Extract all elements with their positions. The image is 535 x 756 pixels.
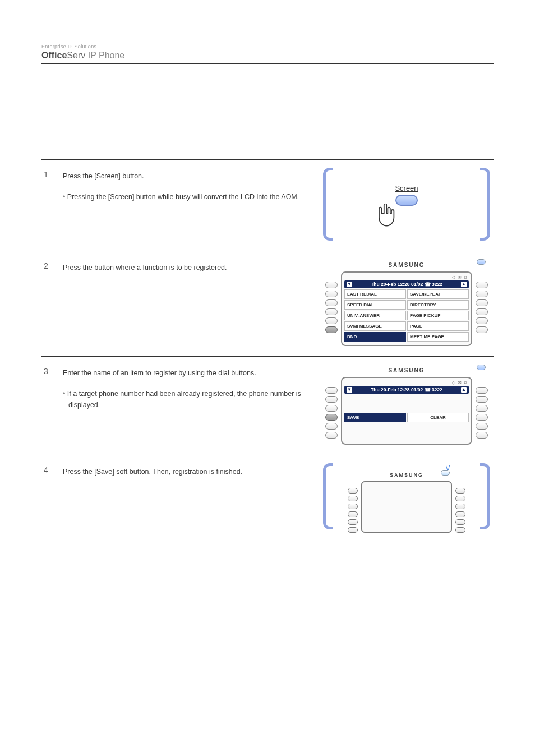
step-illustration-1: Screen <box>320 160 494 251</box>
left-softkeys <box>325 271 338 346</box>
softkey[interactable] <box>455 496 465 501</box>
softkey[interactable] <box>455 504 465 509</box>
softkey-active[interactable] <box>325 326 338 333</box>
left-softkeys <box>325 377 338 445</box>
clear-cell[interactable]: CLEAR <box>407 413 469 422</box>
left-softkeys <box>348 481 358 533</box>
step-main-text: Press the [Save] soft button. Then, regi… <box>63 467 312 477</box>
phone-titlebar: ▼ Thu 20-Feb 12:28 01/02 ☎ 3222 ▲ <box>344 280 469 288</box>
status-icons: ◇ ✉ ⧉ <box>344 275 469 280</box>
softkey[interactable] <box>455 488 465 494</box>
step-main-text: Enter the name of an item to register by… <box>63 368 312 379</box>
softkey[interactable] <box>455 519 465 525</box>
arrow-down-icon[interactable]: ▼ <box>347 387 352 393</box>
phone-titlebar: ▼ Thu 20-Feb 12:28 01/02 ☎ 3222 ▲ <box>344 386 469 394</box>
screen-button[interactable] <box>395 195 418 206</box>
softkey[interactable] <box>325 308 338 315</box>
step-text-4: Press the [Save] soft button. Then, regi… <box>59 455 320 540</box>
brand-header: Enterprise IP Solutions OfficeServ IP Ph… <box>41 44 494 61</box>
softkey-active[interactable] <box>325 414 338 421</box>
step-text-3: Enter the name of an item to register by… <box>59 357 320 455</box>
softkey[interactable] <box>325 432 338 439</box>
step-number: 4 <box>41 455 59 540</box>
softkey[interactable] <box>476 282 488 288</box>
softkey[interactable] <box>348 488 358 494</box>
step-illustration-3: SAMSUNG ◇ ✉ ⧉ ▼ <box>320 357 494 455</box>
aom-item[interactable]: LAST REDIAL <box>344 289 406 299</box>
step-num-4: 4 <box>44 465 48 474</box>
softkey[interactable] <box>476 291 488 297</box>
softkey[interactable] <box>348 527 358 533</box>
aom-item[interactable]: DIRECTORY <box>407 300 469 310</box>
aom-item[interactable]: UNIV. ANSWER <box>344 311 406 320</box>
softkey[interactable] <box>325 282 338 288</box>
softkey[interactable] <box>455 527 465 533</box>
softkey[interactable] <box>325 396 338 403</box>
phone-statusbar-text: Thu 20-Feb 12:28 01/02 ☎ 3222 <box>371 282 442 287</box>
step-num-2: 2 <box>44 261 48 270</box>
softkey[interactable] <box>325 423 338 430</box>
softkey[interactable] <box>476 432 488 439</box>
step-row-1: 1 Press the [Screen] button. • Pressing … <box>41 159 494 251</box>
softkey[interactable] <box>476 317 488 324</box>
softkey[interactable] <box>325 299 338 306</box>
softkey[interactable] <box>476 414 488 421</box>
aom-item[interactable]: PAGE PICKUP <box>407 311 469 320</box>
step-illustration-2: SAMSUNG ◇ ✉ ⧉ ▼ <box>320 251 494 356</box>
brand-line: OfficeServ IP Phone <box>41 50 124 60</box>
softkey[interactable] <box>325 387 338 394</box>
phone-screen-blank <box>361 481 452 533</box>
step-sub-text: If a target phone number had been alread… <box>67 390 301 408</box>
aom-item[interactable]: PAGE <box>407 321 469 331</box>
arrow-down-icon[interactable]: ▼ <box>347 282 352 287</box>
phone-screen: ◇ ✉ ⧉ ▼ Thu 20-Feb 12:28 01/02 ☎ 3222 ▲ … <box>341 377 472 445</box>
softkey[interactable] <box>348 511 358 517</box>
brand-suffix: IP Phone <box>85 50 124 60</box>
softkey[interactable] <box>348 519 358 525</box>
step-num-1: 1 <box>44 170 48 179</box>
step-num-3: 3 <box>44 367 48 376</box>
aom-item[interactable]: SPEED DIAL <box>344 300 406 310</box>
led-indicator-blink <box>441 470 450 476</box>
softkey[interactable] <box>476 423 488 430</box>
softkey[interactable] <box>476 299 488 306</box>
softkey[interactable] <box>476 405 488 412</box>
softkey[interactable] <box>455 511 465 517</box>
step-main-text: Press the button where a function is to … <box>63 262 312 273</box>
step-text-2: Press the button where a function is to … <box>59 251 320 356</box>
screen-button-illustration: Screen <box>373 184 440 224</box>
softkey[interactable] <box>348 504 358 509</box>
softkey[interactable] <box>476 326 488 333</box>
status-icons: ◇ ✉ ⧉ <box>344 380 469 386</box>
step-number: 1 <box>41 160 59 251</box>
right-softkeys <box>476 271 488 346</box>
hand-icon <box>373 204 398 231</box>
arrow-up-icon[interactable]: ▲ <box>461 282 467 287</box>
aom-item[interactable]: MEET ME PAGE <box>407 332 469 342</box>
softkey[interactable] <box>325 405 338 412</box>
phone-statusbar-text: Thu 20-Feb 12:28 01/02 ☎ 3222 <box>371 387 442 393</box>
aom-item-active[interactable]: DND <box>344 332 406 342</box>
phone-brand: SAMSUNG <box>390 472 423 478</box>
softkey[interactable] <box>348 496 358 501</box>
aom-grid: SAVE CLEAR <box>344 395 469 440</box>
softkey[interactable] <box>476 308 488 315</box>
step-illustration-4: \ | / SAMSUNG <box>320 455 494 540</box>
phone-brand: SAMSUNG <box>388 262 425 268</box>
phone-mock-small: \ | / SAMSUNG <box>348 470 465 533</box>
softkey[interactable] <box>325 317 338 324</box>
screen-button-label: Screen <box>373 184 440 192</box>
step-number: 3 <box>41 357 59 455</box>
softkey[interactable] <box>325 291 338 297</box>
step-number: 2 <box>41 251 59 356</box>
led-indicator <box>477 365 486 370</box>
step-row-4: 4 Press the [Save] soft button. Then, re… <box>41 455 494 540</box>
softkey[interactable] <box>476 396 488 403</box>
arrow-up-icon[interactable]: ▲ <box>461 387 467 393</box>
aom-item[interactable]: SAVE/REPEAT <box>407 289 469 299</box>
save-cell[interactable]: SAVE <box>344 413 406 422</box>
step-row-2: 2 Press the button where a function is t… <box>41 251 494 357</box>
phone-mock: SAMSUNG ◇ ✉ ⧉ ▼ <box>325 259 488 346</box>
softkey[interactable] <box>476 387 488 394</box>
aom-item[interactable]: SVMi MESSAGE <box>344 321 406 331</box>
